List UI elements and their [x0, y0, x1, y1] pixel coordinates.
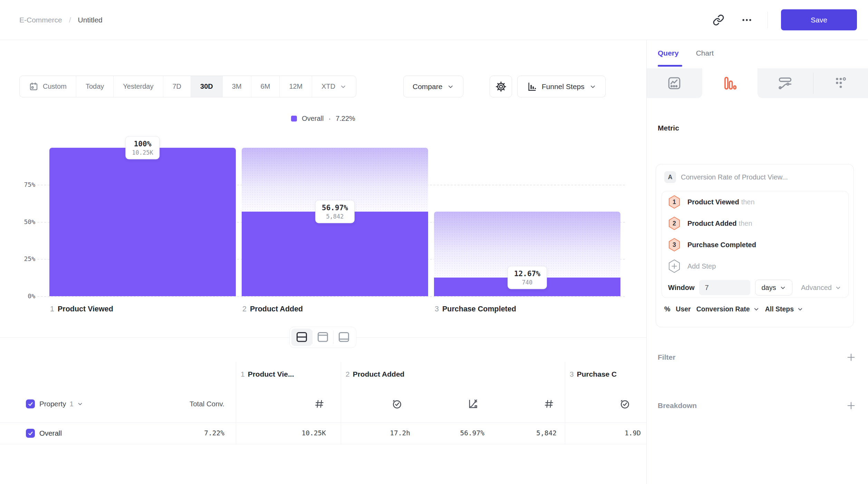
count-metric-icon[interactable]	[543, 398, 555, 410]
measure-type-dropdown[interactable]: Conversion Rate	[696, 305, 760, 313]
layout-table-only-button[interactable]	[334, 329, 354, 346]
cell-step3-time: 1.9D	[572, 429, 641, 437]
breadcrumb-separator: /	[69, 16, 71, 24]
save-button[interactable]: Save	[781, 9, 857, 30]
chevron-down-icon	[780, 284, 786, 291]
chevron-down-icon	[753, 306, 760, 312]
chevron-down-icon	[77, 401, 83, 407]
line-chart-icon	[667, 76, 682, 90]
tooltip-count: 10.25K	[132, 149, 153, 156]
filter-label: Filter	[658, 353, 675, 361]
advanced-dropdown[interactable]: Advanced	[801, 284, 841, 292]
chart-type-tab-funnel[interactable]	[702, 68, 758, 98]
row-checkbox[interactable]	[26, 429, 35, 438]
plus-icon	[846, 401, 856, 410]
measure-type-label: Conversion Rate	[696, 305, 750, 313]
chart-type-tab-grid[interactable]	[813, 68, 868, 98]
breadcrumb-parent[interactable]: E-Commerce	[19, 16, 62, 24]
y-axis-tick: 25%	[10, 255, 35, 262]
advanced-label: Advanced	[801, 284, 832, 292]
property-checkbox[interactable]	[26, 399, 35, 408]
window-label: Window	[668, 284, 694, 292]
step-row-1[interactable]: 1 Product Viewedthen	[662, 191, 848, 213]
chevron-down-icon	[835, 284, 841, 291]
chart-legend[interactable]: Overall · 7.22%	[0, 115, 646, 123]
step-axis-label: 2Product Added	[242, 305, 303, 313]
bar-value-tooltip: 56.97% 5,842	[315, 200, 355, 223]
step-number: 1	[50, 305, 54, 313]
tab-query[interactable]: Query	[658, 49, 679, 57]
metric-title[interactable]: Conversion Rate of Product View...	[681, 173, 788, 181]
chart-type-tab-flows[interactable]	[758, 68, 813, 98]
share-link-button[interactable]	[711, 12, 726, 28]
breadcrumb: E-Commerce / Untitled	[19, 0, 103, 40]
window-value-input[interactable]	[699, 280, 750, 295]
breakdown-label: Breakdown	[658, 401, 697, 410]
funnel-bar-solid[interactable]	[242, 212, 428, 296]
plus-icon	[846, 352, 856, 362]
property-index: 1	[69, 400, 73, 408]
table-column-step-3[interactable]: 3Purchase C	[570, 370, 617, 378]
step-3-badge: 3	[668, 238, 681, 252]
step-name: Product Added	[250, 305, 303, 313]
legend-value: 7.22%	[336, 115, 355, 123]
step-connector: then	[739, 220, 752, 227]
table-header-border	[0, 423, 646, 423]
split-view-icon	[295, 331, 309, 343]
layout-split-button[interactable]	[291, 329, 312, 346]
tab-chart[interactable]: Chart	[696, 49, 714, 57]
dots-grid-icon	[833, 76, 848, 90]
avg-time-icon[interactable]	[391, 398, 403, 410]
filter-section: Filter	[658, 350, 856, 365]
avg-time-icon[interactable]	[619, 398, 631, 410]
row-label: Overall	[39, 429, 62, 437]
table-column-step-2[interactable]: 2Product Added	[346, 370, 404, 378]
svg-text:1: 1	[673, 199, 676, 205]
table-column-step-1[interactable]: 1Product Vie...	[241, 370, 294, 378]
step-row-3[interactable]: 3 Purchase Completed	[662, 234, 848, 255]
check-icon	[28, 401, 33, 407]
window-unit-dropdown[interactable]: days	[755, 280, 792, 296]
conversion-chart-icon[interactable]	[467, 398, 479, 410]
layout-toggle-group	[289, 327, 356, 348]
active-tab-underline	[658, 65, 682, 67]
add-filter-button[interactable]	[846, 352, 856, 362]
property-selector[interactable]: Property 1	[39, 400, 83, 408]
step-event-name: Product Added	[687, 220, 737, 227]
column-step-number: 2	[346, 370, 350, 378]
funnel-bar-step-1[interactable]: 100% 10.25K 1Product Viewed	[49, 148, 236, 296]
measure-entity[interactable]: User	[676, 305, 691, 313]
bar-value-tooltip: 100% 10.25K	[125, 136, 160, 159]
layout-chart-only-button[interactable]	[312, 329, 333, 346]
bar-value-tooltip: 12.67% 740	[508, 266, 547, 289]
step-row-2[interactable]: 2 Product Addedthen	[662, 213, 848, 234]
measure-steps-label: All Steps	[765, 305, 794, 313]
funnel-steps-editor: 1 Product Viewedthen 2 Product Addedthen…	[662, 191, 849, 298]
step-connector: then	[741, 198, 755, 206]
y-axis-tick: 75%	[10, 181, 35, 188]
funnel-bar-step-2[interactable]: 56.97% 5,842 2Product Added	[242, 148, 428, 296]
step-event-name: Product Viewed	[687, 198, 739, 206]
funnel-bar-solid[interactable]	[49, 148, 236, 296]
legend-separator: ·	[328, 115, 331, 123]
cell-step2-count: 5,842	[488, 429, 557, 437]
plot-area: 100% 10.25K 1Product Viewed 56.97% 5,842…	[49, 148, 620, 296]
cell-step2-time: 17.2h	[341, 429, 410, 437]
column-step-name: Product Vie...	[248, 370, 294, 378]
tooltip-count: 740	[514, 279, 540, 285]
more-menu-button[interactable]	[739, 12, 754, 28]
add-step-button[interactable]: Add Step	[662, 255, 848, 277]
column-step-number: 1	[241, 370, 245, 378]
y-axis-tick: 0%	[10, 292, 35, 300]
legend-swatch	[291, 116, 297, 122]
chart-type-tab-line[interactable]	[647, 68, 702, 98]
breadcrumb-current[interactable]: Untitled	[78, 16, 103, 24]
tooltip-percent: 100%	[132, 140, 153, 148]
window-row: Window days Advanced	[662, 277, 848, 298]
measure-steps-dropdown[interactable]: All Steps	[765, 305, 803, 313]
count-metric-icon[interactable]	[313, 398, 326, 410]
funnel-bar-step-3[interactable]: 12.67% 740 3Purchase Completed	[434, 148, 620, 296]
table-row-border	[0, 444, 646, 444]
step-name: Purchase Completed	[442, 305, 516, 313]
add-breakdown-button[interactable]	[846, 400, 856, 411]
